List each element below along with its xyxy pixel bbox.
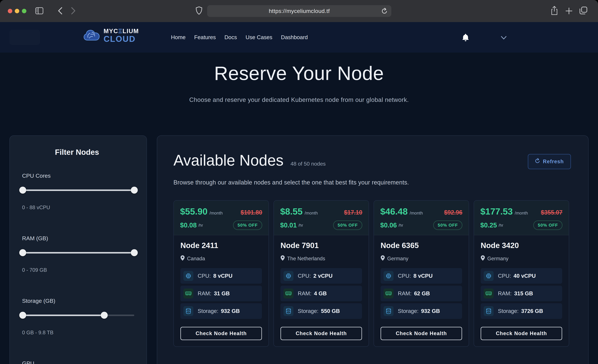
site-navbar: MYCΞLIUM CLOUD HomeFeaturesDocsUse Cases…: [0, 22, 598, 53]
spec-value: 2 vCPU: [313, 273, 332, 279]
nav-link-docs[interactable]: Docs: [224, 34, 237, 41]
check-node-health-button[interactable]: Check Node Health: [281, 327, 362, 340]
spec-row: RAM: 315 GB: [481, 286, 562, 301]
spec-label: RAM:: [498, 290, 513, 297]
location-pin-icon: [481, 255, 485, 262]
nodes-title: Available Nodes: [174, 152, 283, 169]
nav-link-dashboard[interactable]: Dashboard: [281, 34, 308, 41]
spec-label: Storage:: [498, 308, 520, 314]
location-text: Germany: [387, 256, 408, 262]
slider-handle-min[interactable]: [19, 312, 26, 319]
spec-label: CPU:: [398, 273, 412, 279]
range-slider[interactable]: [23, 249, 134, 256]
monthly-price: $46.48: [380, 206, 408, 216]
bell-icon[interactable]: [462, 33, 469, 42]
brand-line1: MYCΞLIUM: [104, 28, 139, 34]
original-price: $17.10: [344, 209, 362, 216]
share-icon[interactable]: [551, 6, 558, 15]
spec-value: 4 GB: [314, 290, 327, 297]
original-price: $92.96: [444, 209, 462, 216]
node-name: Node 7901: [281, 241, 362, 250]
new-tab-icon[interactable]: [565, 7, 573, 15]
node-specs: CPU: 2 vCPU RAM: 4 GB Storage: 550 GB: [281, 268, 362, 319]
location-text: Germany: [487, 256, 508, 262]
check-node-health-button[interactable]: Check Node Health: [381, 327, 462, 340]
spec-value: 550 GB: [321, 308, 340, 314]
slider-handle-min[interactable]: [19, 187, 26, 194]
node-card: $46.48 /month $92.96 $0.06 /hr 50% OFF N…: [374, 200, 469, 347]
range-slider[interactable]: [23, 312, 134, 319]
per-hour-label: /hr: [198, 223, 203, 228]
brand-logo[interactable]: MYCΞLIUM CLOUD: [83, 28, 139, 43]
spec-label: Storage:: [398, 308, 420, 314]
original-price: $355.07: [541, 209, 563, 216]
url-bar[interactable]: https://myceliumcloud.tf: [207, 5, 391, 17]
tab-overview-icon[interactable]: [579, 6, 588, 15]
filter-range-text: 0 GB - 9.8 TB: [22, 330, 132, 336]
shield-icon[interactable]: [196, 6, 202, 15]
storage-icon: [283, 306, 293, 316]
per-hour-label: /hr: [498, 223, 503, 228]
filter-label: CPU Cores: [22, 173, 132, 179]
storage-icon: [183, 306, 193, 316]
chevron-down-icon[interactable]: [501, 36, 507, 40]
close-window-button[interactable]: [8, 9, 12, 13]
filter-label: RAM (GB): [22, 235, 132, 241]
reload-icon[interactable]: [382, 8, 388, 15]
nav-link-use-cases[interactable]: Use Cases: [245, 34, 272, 41]
refresh-button[interactable]: Refresh: [528, 154, 571, 169]
spec-value: 3726 GB: [521, 308, 543, 314]
filter-group-gpu: GPU: [22, 360, 132, 364]
node-location: Germany: [381, 255, 462, 262]
per-hour-label: /hr: [299, 223, 303, 228]
spec-row: CPU: 8 vCPU: [180, 268, 262, 284]
spec-label: Storage:: [198, 308, 220, 314]
brand-line2: CLOUD: [104, 35, 139, 43]
per-month-label: /month: [305, 211, 318, 216]
refresh-icon: [535, 158, 540, 165]
spec-label: RAM:: [198, 290, 213, 297]
filter-panel-title: Filter Nodes: [22, 148, 132, 157]
node-card: $177.53 /month $355.07 $0.25 /hr 50% OFF…: [474, 200, 569, 347]
node-card-pricing: $55.90 /month $101.80 $0.08 /hr 50% OFF: [174, 201, 269, 235]
filter-label: GPU: [22, 360, 132, 364]
spec-row: RAM: 62 GB: [381, 286, 462, 301]
filter-range-text: 0 - 709 GB: [22, 267, 132, 273]
slider-handle-max[interactable]: [131, 249, 138, 256]
spec-row: RAM: 4 GB: [281, 286, 362, 301]
zoom-window-button[interactable]: [22, 9, 26, 13]
location-pin-icon: [381, 255, 385, 262]
check-node-health-button[interactable]: Check Node Health: [180, 327, 262, 340]
location-text: Canada: [187, 256, 205, 262]
url-text: https://myceliumcloud.tf: [269, 8, 330, 14]
forward-icon[interactable]: [71, 7, 76, 15]
spec-value: 40 vCPU: [514, 273, 536, 279]
slider-handle-max[interactable]: [131, 187, 138, 194]
cpu-icon: [183, 271, 193, 281]
spec-row: CPU: 2 vCPU: [281, 268, 362, 284]
nodes-header: Available Nodes 48 of 50 nodes Refresh: [174, 152, 572, 169]
nav-link-home[interactable]: Home: [171, 34, 186, 41]
back-icon[interactable]: [58, 7, 62, 15]
spec-row: Storage: 932 GB: [180, 303, 262, 319]
node-location: Canada: [180, 255, 262, 262]
slider-handle-min[interactable]: [19, 249, 26, 256]
cpu-icon: [484, 271, 494, 281]
nav-link-features[interactable]: Features: [194, 34, 216, 41]
spec-value: 932 GB: [221, 308, 240, 314]
hourly-price: $0.25: [480, 222, 497, 229]
sidebar-toggle-icon[interactable]: [35, 7, 43, 14]
range-slider[interactable]: [23, 187, 134, 194]
spec-value: 8 vCPU: [414, 273, 433, 279]
location-pin-icon: [180, 255, 185, 262]
slider-handle-max[interactable]: [101, 312, 108, 319]
node-card-pricing: $46.48 /month $92.96 $0.06 /hr 50% OFF: [374, 201, 469, 235]
minimize-window-button[interactable]: [15, 9, 19, 13]
spec-row: RAM: 31 GB: [180, 286, 262, 301]
node-name: Node 3420: [481, 241, 562, 250]
check-node-health-button[interactable]: Check Node Health: [481, 327, 562, 340]
spec-row: CPU: 40 vCPU: [481, 268, 562, 284]
spec-label: CPU:: [298, 273, 312, 279]
storage-icon: [383, 306, 393, 316]
node-specs: CPU: 8 vCPU RAM: 62 GB Storage: 932 GB: [381, 268, 462, 319]
